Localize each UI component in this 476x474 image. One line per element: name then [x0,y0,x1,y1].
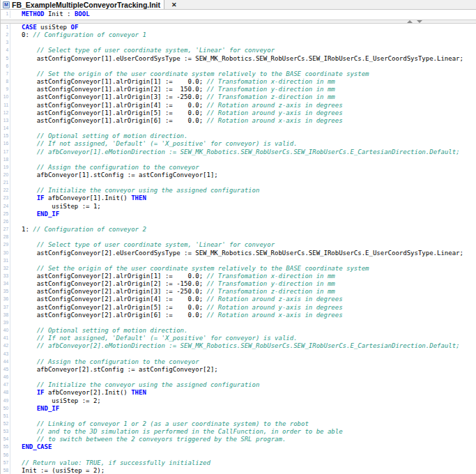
document-tab[interactable]: M FB_ExampleMultipleConveyorTracking.Ini… [1,0,164,9]
code-line-text: IF afbConveyor[2].Init() THEN [10,389,476,397]
code-line[interactable]: 35 astConfigConveyor[2].alrOrigin[3] := … [1,288,476,296]
code-line-text: // If not assigned, 'Default' (= 'X_posi… [10,140,476,148]
code-line[interactable]: 20 afbConveyor[1].stConfig := astConfigC… [1,171,476,179]
code-editor[interactable]: 1CASE usiStep OF20: // Configuration of … [1,24,476,474]
code-line[interactable]: 17 // afbConveyor[1].eMotionDirection :=… [1,148,476,156]
code-line-text: // Assign the configuration to the conve… [10,164,476,171]
code-line[interactable]: 38 astConfigConveyor[2].alrOrigin[6] := … [1,312,476,319]
code-line[interactable]: 16 // If not assigned, 'Default' (= 'X_p… [1,140,476,148]
code-line[interactable]: 32 // Set the origin of the user coordin… [1,265,476,273]
line-number: 51 [1,413,10,420]
code-line[interactable]: 47 // Initialize the conveyor using the … [1,381,476,389]
code-line[interactable]: 23 IF afbConveyor[1].Init() THEN [1,194,476,202]
code-line[interactable]: 1METHOD Init : BOOL [1,10,476,18]
code-line[interactable]: 40 // Optional setting of motion directi… [1,327,476,335]
code-line[interactable]: 31 [1,257,476,265]
code-line[interactable]: 15 // Optional setting of motion directi… [1,132,476,140]
code-line[interactable]: 33 astConfigConveyor[2].alrOrigin[1] := … [1,273,476,280]
code-line[interactable]: 30 astConfigConveyor[2].eUserCoordSysTyp… [1,250,476,257]
line-number: 6 [1,63,10,70]
code-line-text: astConfigConveyor[2].alrOrigin[3] := -25… [10,288,476,296]
code-line[interactable]: 8 astConfigConveyor[1].alrOrigin[1] := 0… [1,78,476,86]
code-token: afbConveyor[1].stConfig := astConfigConv… [22,171,218,178]
code-line[interactable]: 12 astConfigConveyor[1].alrOrigin[5] := … [1,109,476,117]
code-line[interactable]: 11 astConfigConveyor[1].alrOrigin[4] := … [1,102,476,109]
code-line[interactable]: 58Init := (usiStep = 2); [1,467,476,474]
code-line[interactable]: 26 [1,218,476,226]
comment-token: // Transfomation x-direction in mm [207,78,335,85]
comment-token: // Rotation around x-axis in degrees [207,312,343,319]
code-line-text: astConfigConveyor[2].alrOrigin[2] := -15… [10,280,476,288]
comment-token: // Configuration of conveyor 2 [33,226,146,233]
code-token: astConfigConveyor[1].eUserCoordSysType :… [22,55,463,62]
code-line-text: Init := (usiStep = 2); [10,467,476,474]
code-line[interactable]: 20: // Configuration of conveyor 1 [1,31,476,39]
code-line[interactable]: 13 astConfigConveyor[1].alrOrigin[6] := … [1,117,476,125]
splitter-handle[interactable] [407,20,422,23]
code-line[interactable]: 46 [1,374,476,381]
code-line[interactable]: 54 // to switch between the 2 conveyors … [1,436,476,443]
code-line-text [10,452,476,459]
code-token [22,241,37,248]
code-line[interactable]: 25 END_IF [1,211,476,218]
pane-splitter[interactable] [1,20,476,24]
code-line-text: astConfigConveyor[1].alrOrigin[4] := 0.0… [10,102,476,109]
code-line[interactable]: 41 // If not assigned, 'Default' (= 'X_p… [1,335,476,342]
code-line[interactable]: 14 [1,125,476,132]
code-line-text [10,257,476,265]
line-number: 13 [1,117,10,125]
comment-token: // Assign the configuration to the conve… [37,358,199,365]
comment-token: // Initialize the conveyor using the ass… [37,381,260,388]
editor-window: M FB_ExampleMultipleConveyorTracking.Ini… [0,0,476,474]
code-line[interactable]: 271: // Configuration of conveyor 2 [1,226,476,234]
code-line[interactable]: 53 // and to the 3D simulation is perfor… [1,428,476,436]
code-line-text [10,234,476,241]
code-line[interactable]: 18 [1,156,476,164]
code-line[interactable]: 34 astConfigConveyor[2].alrOrigin[2] := … [1,280,476,288]
code-line[interactable]: 45 afbConveyor[2].stConfig := astConfigC… [1,366,476,374]
code-line[interactable]: 56 [1,452,476,459]
code-line-text: afbConveyor[2].stConfig := astConfigConv… [10,366,476,374]
code-line[interactable]: 42 // afbConveyor[2].eMotionDirection :=… [1,342,476,350]
code-token: afbConveyor[1].Init() [45,194,132,201]
code-line[interactable]: 29 // Select type of user coordinate sys… [1,241,476,249]
code-token: 1: [22,226,33,233]
line-number: 2 [1,31,10,39]
code-token [22,342,37,349]
code-line[interactable]: 52 // Linking of conveyor 1 or 2 (as a u… [1,420,476,428]
code-line-text: astConfigConveyor[1].alrOrigin[6] := 0.0… [10,117,476,125]
code-token: Init := (usiStep = 2); [22,467,105,474]
code-line[interactable]: 43 [1,351,476,358]
code-token: 0: [22,31,33,38]
close-icon[interactable]: ✕ [169,1,179,8]
line-number: 33 [1,273,10,280]
code-line[interactable]: 49 usiStep := 2; [1,397,476,405]
code-line[interactable]: 57// Return value: TRUE, if successfully… [1,459,476,467]
code-line[interactable]: 19 // Assign the configuration to the co… [1,164,476,171]
code-line[interactable]: 28 [1,234,476,241]
code-line[interactable]: 9 astConfigConveyor[1].alrOrigin[2] := 1… [1,86,476,93]
code-line[interactable]: 10 astConfigConveyor[1].alrOrigin[3] := … [1,93,476,101]
code-line[interactable]: 44 // Assign the configuration to the co… [1,358,476,366]
code-line[interactable]: 50 END_IF [1,405,476,413]
code-line[interactable]: 22 // Initialize the conveyor using the … [1,187,476,194]
code-line[interactable]: 51 [1,413,476,420]
code-line[interactable]: 5 astConfigConveyor[1].eUserCoordSysType… [1,55,476,63]
comment-token: // Rotation around x-axis in degrees [207,117,343,124]
code-line[interactable]: 6 [1,63,476,70]
code-line[interactable]: 24 usiStep := 1; [1,203,476,211]
code-line[interactable]: 3 [1,39,476,47]
code-line[interactable]: 4 // Select type of user coordinate syst… [1,47,476,54]
line-number: 44 [1,358,10,366]
comment-token: // Assign the configuration to the conve… [37,164,199,171]
code-line[interactable]: 48 IF afbConveyor[2].Init() THEN [1,389,476,397]
code-line[interactable]: 36 astConfigConveyor[2].alrOrigin[4] := … [1,296,476,303]
code-line[interactable]: 55END_CASE [1,443,476,451]
code-line[interactable]: 37 astConfigConveyor[2].alrOrigin[5] := … [1,304,476,312]
declaration-pane[interactable]: 1METHOD Init : BOOL [1,10,476,20]
code-line[interactable]: 7 // Set the origin of the user coordina… [1,70,476,78]
comment-token: // Select type of user coordinate system… [37,241,275,248]
code-line[interactable]: 39 [1,319,476,327]
code-line[interactable]: 1CASE usiStep OF [1,24,476,31]
code-line[interactable]: 21 [1,179,476,187]
